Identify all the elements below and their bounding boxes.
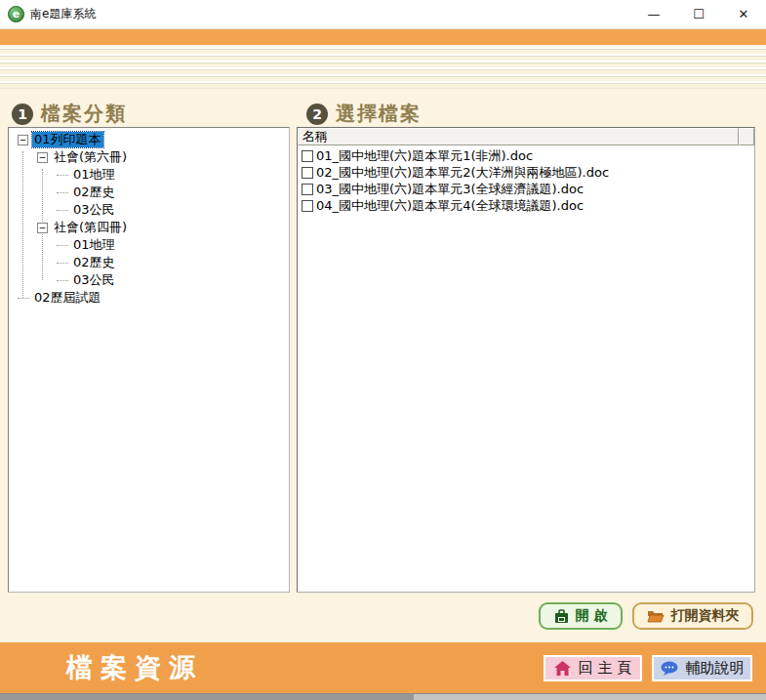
file-checkbox[interactable] xyxy=(302,200,313,212)
tree-connector xyxy=(57,245,68,246)
file-name[interactable]: 04_國中地理(六)題本單元4(全球環境議題).doc xyxy=(316,197,584,215)
section-header-choose: 2 選擇檔案 xyxy=(306,101,422,127)
file-row[interactable]: 01_國中地理(六)題本單元1(非洲).doc xyxy=(298,147,754,164)
speech-bubble-icon xyxy=(661,661,678,676)
folder-icon xyxy=(647,609,665,623)
home-icon xyxy=(554,661,571,676)
tree-item[interactable]: −社會(第四冊) xyxy=(9,219,289,236)
open-folder-button-label: 打開資料夾 xyxy=(671,607,740,625)
file-list-panel: 名稱 01_國中地理(六)題本單元1(非洲).doc02_國中地理(六)題本單元… xyxy=(297,127,755,593)
step-2-badge: 2 xyxy=(306,103,328,125)
file-checkbox[interactable] xyxy=(302,150,313,162)
action-button-row: 開 啟 打開資料夾 xyxy=(539,602,753,630)
tree-item[interactable]: 01地理 xyxy=(9,166,289,184)
step-1-badge: 1 xyxy=(12,103,33,125)
tree-connector xyxy=(57,280,68,281)
column-header-name[interactable]: 名稱 xyxy=(298,128,739,145)
title-bar: e 南e題庫系統 — ☐ ✕ xyxy=(0,0,766,29)
file-list-header: 名稱 xyxy=(298,128,754,145)
tree-item-label[interactable]: 社會(第四冊) xyxy=(52,220,129,235)
file-name[interactable]: 01_國中地理(六)題本單元1(非洲).doc xyxy=(316,147,533,165)
striped-band xyxy=(0,45,766,89)
tree-item[interactable]: 03公民 xyxy=(9,271,289,289)
bottom-window-edge xyxy=(0,693,766,700)
tree-item[interactable]: 02歷史 xyxy=(9,254,289,271)
orange-band xyxy=(0,29,766,45)
home-button[interactable]: 回 主 頁 xyxy=(544,655,642,681)
home-button-label: 回 主 頁 xyxy=(579,659,632,678)
category-tree-panel: −01列印題本−社會(第六冊)01地理02歷史03公民−社會(第四冊)01地理0… xyxy=(8,127,290,593)
tree-item-label-selected[interactable]: 01列印題本 xyxy=(32,132,103,147)
main-content: 1 檔案分類 2 選擇檔案 −01列印題本−社會(第六冊)01地理02歷史03公… xyxy=(0,89,766,642)
tree-connector xyxy=(18,298,29,299)
tree-item-label[interactable]: 01地理 xyxy=(71,167,117,183)
close-icon[interactable]: ✕ xyxy=(721,0,766,28)
tree-item-label[interactable]: 02歷史 xyxy=(71,185,117,200)
tree-item[interactable]: 03公民 xyxy=(9,201,289,219)
collapse-icon[interactable]: − xyxy=(18,135,28,145)
tree-item-label[interactable]: 03公民 xyxy=(71,272,117,288)
tree-item-label[interactable]: 01地理 xyxy=(71,237,117,253)
tree-item[interactable]: 01地理 xyxy=(9,236,289,254)
tree-connector xyxy=(57,263,68,264)
tree-item[interactable]: −01列印題本 xyxy=(9,131,289,148)
collapse-icon[interactable]: − xyxy=(37,223,48,233)
tree-connector xyxy=(57,192,68,193)
file-row[interactable]: 04_國中地理(六)題本單元4(全球環境議題).doc xyxy=(298,197,754,214)
file-row[interactable]: 03_國中地理(六)題本單元3(全球經濟議題).doc xyxy=(298,181,754,197)
file-name[interactable]: 03_國中地理(六)題本單元3(全球經濟議題).doc xyxy=(316,181,584,198)
section-title-choose: 選擇檔案 xyxy=(336,101,422,127)
tree-item-label[interactable]: 03公民 xyxy=(71,202,117,218)
window-title: 南e題庫系統 xyxy=(30,6,96,22)
file-name[interactable]: 02_國中地理(六)題本單元2(大洋洲與兩極地區).doc xyxy=(316,164,609,182)
file-row[interactable]: 02_國中地理(六)題本單元2(大洋洲與兩極地區).doc xyxy=(298,164,754,181)
page-title: 檔案資源 xyxy=(66,650,203,685)
tree-item-label[interactable]: 社會(第六冊) xyxy=(52,149,129,165)
tree-item[interactable]: 02歷屆試題 xyxy=(9,289,289,307)
window-controls: — ☐ ✕ xyxy=(631,0,766,28)
footer-bar: 檔案資源 回 主 頁 輔助說明 xyxy=(0,642,766,693)
tree-item-label[interactable]: 02歷史 xyxy=(71,255,117,270)
tree-item[interactable]: 02歷史 xyxy=(9,184,289,201)
section-header-classify: 1 檔案分類 xyxy=(12,101,127,127)
help-button-label: 輔助說明 xyxy=(686,659,745,678)
footer-buttons: 回 主 頁 輔助說明 xyxy=(544,655,752,681)
app-icon: e xyxy=(8,6,24,22)
tree-connector xyxy=(57,175,68,176)
collapse-icon[interactable]: − xyxy=(37,152,48,163)
file-checkbox[interactable] xyxy=(302,167,313,179)
help-button[interactable]: 輔助說明 xyxy=(652,655,752,681)
column-header-stub xyxy=(739,128,754,145)
open-folder-button[interactable]: 打開資料夾 xyxy=(632,602,753,630)
tree-connector xyxy=(57,210,68,211)
tree-item-label[interactable]: 02歷屆試題 xyxy=(32,290,103,306)
open-file-icon xyxy=(554,609,569,624)
minimize-icon[interactable]: — xyxy=(631,0,676,28)
tree-item[interactable]: −社會(第六冊) xyxy=(9,148,289,166)
section-title-classify: 檔案分類 xyxy=(41,101,127,127)
open-button-label: 開 啟 xyxy=(576,607,608,625)
maximize-icon[interactable]: ☐ xyxy=(676,0,721,28)
file-checkbox[interactable] xyxy=(302,184,313,195)
open-button[interactable]: 開 啟 xyxy=(539,602,623,630)
